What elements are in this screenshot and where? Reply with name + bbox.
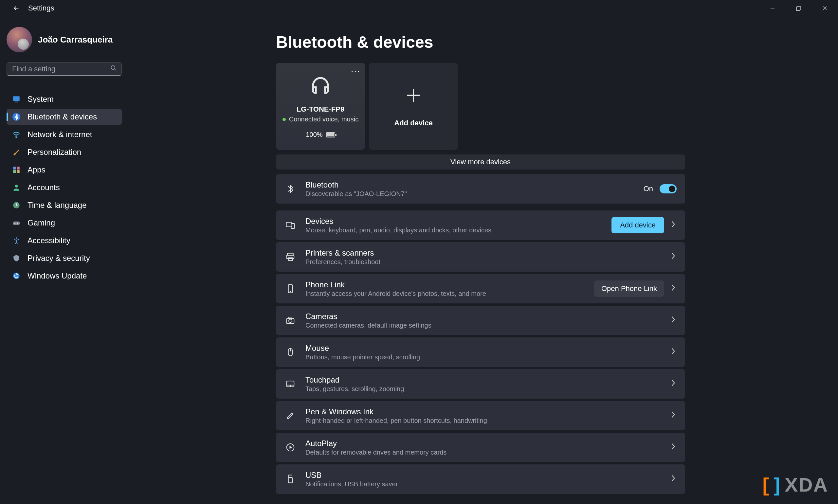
usb-row[interactable]: USB Notifications, USB battery saver	[276, 464, 685, 494]
page-title: Bluetooth & devices	[276, 33, 685, 52]
device-status: Connected voice, music	[283, 115, 358, 123]
device-card[interactable]: ··· LG-TONE-FP9 Connected voice, music 1…	[276, 63, 365, 150]
maximize-button[interactable]	[786, 0, 812, 16]
device-more-button[interactable]: ···	[351, 66, 360, 76]
camera-icon	[284, 316, 296, 325]
pen-row[interactable]: Pen & Windows Ink Right-handed or left-h…	[276, 401, 685, 430]
search-input[interactable]	[12, 65, 110, 74]
autoplay-row[interactable]: AutoPlay Defaults for removable drives a…	[276, 433, 685, 462]
cameras-row[interactable]: Cameras Connected cameras, default image…	[276, 306, 685, 335]
svg-rect-22	[287, 255, 294, 258]
row-title: Phone Link	[305, 280, 585, 289]
row-sub: Buttons, mouse pointer speed, scrolling	[305, 354, 662, 361]
touchpad-icon	[284, 379, 296, 389]
svg-rect-35	[289, 475, 292, 478]
bluetooth-toggle[interactable]	[660, 184, 677, 194]
row-sub: Connected cameras, default image setting…	[305, 322, 662, 329]
search-field[interactable]	[6, 62, 122, 76]
user-name: João Carrasqueira	[38, 35, 113, 45]
devices-row[interactable]: Devices Mouse, keyboard, pen, audio, dis…	[276, 211, 685, 240]
headphones-icon	[309, 74, 332, 98]
sidebar-item-windows-update[interactable]: Windows Update	[6, 268, 122, 284]
svg-rect-14	[13, 221, 20, 225]
sidebar-item-personalization[interactable]: Personalization	[6, 144, 122, 160]
chevron-right-icon	[671, 347, 677, 357]
window-title: Settings	[28, 4, 54, 13]
mouse-row[interactable]: Mouse Buttons, mouse pointer speed, scro…	[276, 338, 685, 367]
bluetooth-row-icon	[284, 184, 296, 194]
row-title: Touchpad	[305, 375, 662, 384]
sidebar-item-accessibility[interactable]: Accessibility	[6, 232, 122, 249]
battery-icon	[326, 132, 335, 138]
system-icon	[12, 94, 21, 104]
sidebar-item-system[interactable]: System	[6, 91, 122, 107]
svg-rect-9	[17, 166, 20, 169]
sidebar-item-network[interactable]: Network & internet	[6, 126, 122, 143]
device-status-text: Connected voice, music	[289, 115, 358, 123]
sidebar-item-label: Gaming	[28, 218, 55, 228]
sidebar-item-accounts[interactable]: Accounts	[6, 179, 122, 196]
sidebar-item-apps[interactable]: Apps	[6, 162, 122, 178]
sidebar-item-time-language[interactable]: Time & language	[6, 197, 122, 213]
sidebar-item-label: Accounts	[28, 183, 60, 192]
phone-link-row[interactable]: Phone Link Instantly access your Android…	[276, 274, 685, 303]
svg-rect-8	[13, 166, 16, 169]
chevron-right-icon	[671, 474, 677, 484]
chevron-right-icon	[671, 443, 677, 452]
svg-rect-36	[288, 478, 293, 483]
svg-point-25	[290, 291, 291, 292]
svg-point-17	[16, 237, 17, 238]
printers-row[interactable]: Printers & scanners Preferences, trouble…	[276, 242, 685, 272]
row-title: Printers & scanners	[305, 248, 662, 257]
minimize-button[interactable]	[760, 0, 786, 16]
battery-text: 100%	[306, 131, 322, 139]
close-button[interactable]	[812, 0, 838, 16]
paintbrush-icon	[12, 148, 21, 157]
view-more-devices[interactable]: View more devices	[276, 155, 685, 169]
row-sub: Defaults for removable drives and memory…	[305, 449, 662, 456]
clock-icon	[12, 201, 21, 210]
chevron-right-icon	[671, 220, 677, 230]
add-device-card[interactable]: Add device	[369, 63, 458, 150]
sidebar-item-gaming[interactable]: Gaming	[6, 215, 122, 231]
row-sub: Mouse, keyboard, pen, audio, displays an…	[305, 227, 602, 234]
chevron-right-icon	[671, 284, 677, 293]
gamepad-icon	[12, 218, 21, 228]
device-battery: 100%	[306, 131, 335, 139]
settings-list: Bluetooth Discoverable as "JOAO-LEGION7"…	[276, 174, 685, 494]
row-sub: Taps, gestures, scrolling, zooming	[305, 385, 662, 393]
row-sub: Preferences, troubleshoot	[305, 258, 662, 266]
touchpad-row[interactable]: Touchpad Taps, gestures, scrolling, zoom…	[276, 369, 685, 399]
svg-rect-5	[15, 102, 18, 103]
sidebar-item-label: Accessibility	[28, 236, 70, 245]
row-title: Mouse	[305, 344, 662, 353]
row-sub: Right-handed or left-handed, pen button …	[305, 417, 662, 425]
row-title: Devices	[305, 217, 602, 226]
sidebar-item-label: Apps	[28, 165, 46, 175]
svg-rect-28	[289, 317, 292, 319]
row-sub: Discoverable as "JOAO-LEGION7"	[305, 190, 635, 198]
search-icon	[110, 65, 117, 73]
sidebar-item-privacy-security[interactable]: Privacy & security	[6, 250, 122, 266]
row-title: Pen & Windows Ink	[305, 407, 662, 416]
sidebar: João Carrasqueira System Bluetooth & dev…	[0, 16, 128, 284]
window-controls	[760, 0, 838, 16]
device-tiles: ··· LG-TONE-FP9 Connected voice, music 1…	[276, 63, 685, 150]
devices-icon	[284, 220, 296, 230]
user-block[interactable]: João Carrasqueira	[6, 21, 122, 62]
open-phone-link-button[interactable]: Open Phone Link	[594, 281, 664, 297]
back-button[interactable]	[9, 1, 23, 15]
bracket-icon: ]	[773, 473, 781, 496]
shield-icon	[12, 254, 21, 263]
sidebar-item-label: System	[28, 94, 54, 104]
autoplay-icon	[284, 443, 296, 452]
row-title: Cameras	[305, 312, 662, 321]
sidebar-item-bluetooth-devices[interactable]: Bluetooth & devices	[6, 109, 122, 125]
apps-icon	[12, 165, 21, 175]
avatar	[6, 27, 32, 52]
titlebar: Settings	[0, 0, 838, 16]
sidebar-item-label: Bluetooth & devices	[28, 112, 97, 122]
person-icon	[12, 183, 21, 192]
add-device-button[interactable]: Add device	[611, 217, 664, 233]
status-dot-icon	[283, 118, 286, 121]
